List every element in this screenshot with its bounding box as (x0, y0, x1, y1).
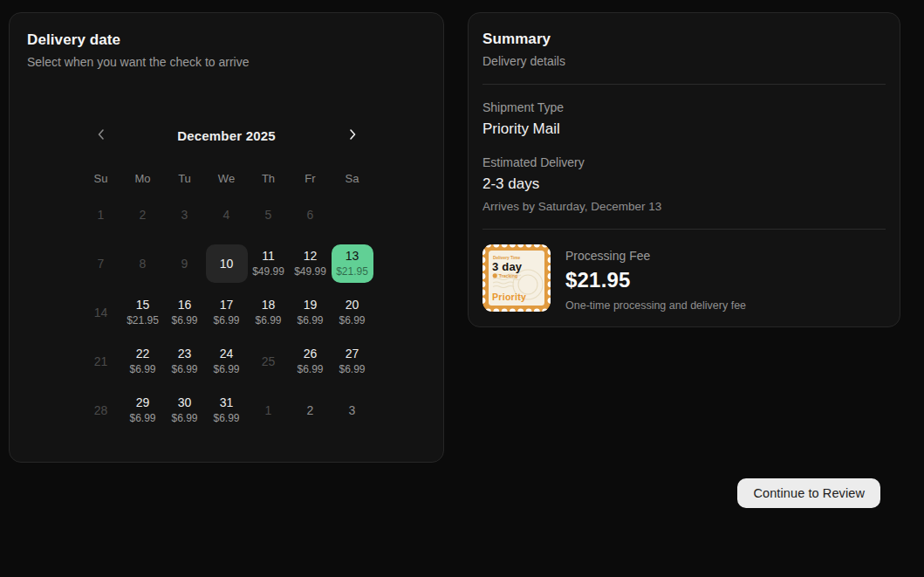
summary-divider-bottom (483, 229, 886, 230)
calendar-day-10: 10 (206, 239, 248, 288)
day-price: $6.99 (297, 313, 323, 328)
processing-fee-amount: $21.95 (565, 267, 746, 293)
day-number: 17 (220, 297, 234, 313)
summary-divider-top (483, 84, 886, 85)
calendar: December 2025 SuMoTuWeThFrSa 12345678910… (80, 123, 373, 435)
calendar-grid: 1234567891011$49.9912$49.9913$21.951415$… (80, 190, 373, 435)
calendar-next-month-button[interactable] (340, 123, 365, 148)
calendar-day-28: 28 (80, 386, 122, 435)
day-number: 18 (262, 297, 276, 313)
weekday-label-sa: Sa (332, 170, 373, 186)
calendar-day-31[interactable]: 31$6.99 (206, 386, 248, 435)
calendar-day-2: 2 (290, 386, 332, 435)
day-price: $21.95 (336, 264, 368, 279)
calendar-day-17[interactable]: 17$6.99 (206, 288, 248, 337)
calendar-day-30[interactable]: 30$6.99 (164, 386, 206, 435)
calendar-day-14: 14 (80, 288, 122, 337)
day-number: 8 (140, 256, 147, 271)
calendar-day-1: 1 (80, 190, 122, 239)
calendar-month-label: December 2025 (177, 128, 276, 143)
estimated-delivery-label: Estimated Delivery (483, 154, 886, 171)
day-number: 2 (307, 402, 314, 418)
summary-card: Summary Delivery details Shipment Type P… (468, 12, 900, 327)
day-number: 1 (265, 402, 272, 418)
day-price: $6.99 (339, 313, 365, 328)
day-number: 4 (223, 207, 230, 223)
day-number: 27 (346, 346, 359, 361)
calendar-day-24[interactable]: 24$6.99 (206, 337, 248, 386)
calendar-day-15[interactable]: 15$21.95 (122, 288, 164, 337)
day-number: 5 (265, 207, 272, 223)
day-number: 30 (178, 395, 192, 410)
calendar-day-13[interactable]: 13$21.95 (332, 239, 373, 288)
day-number: 10 (220, 256, 234, 271)
calendar-day-18[interactable]: 18$6.99 (248, 288, 290, 337)
calendar-day-26[interactable]: 26$6.99 (290, 337, 332, 386)
processing-fee-row: Delivery Time 3 day Tracking Priority Pr… (483, 244, 886, 315)
delivery-date-card: Delivery date Select when you want the c… (9, 12, 444, 463)
day-price: $49.99 (252, 264, 284, 279)
continue-to-review-button[interactable]: Continue to Review (737, 478, 880, 508)
processing-fee-details: Processing Fee $21.95 One-time processin… (565, 247, 746, 313)
calendar-day-8: 8 (122, 239, 164, 288)
calendar-day-22[interactable]: 22$6.99 (122, 337, 164, 386)
day-price: $6.99 (213, 361, 239, 377)
arrival-note: Arrives by Saturday, December 13 (483, 199, 886, 215)
calendar-day-29[interactable]: 29$6.99 (122, 386, 164, 435)
day-number: 31 (220, 395, 234, 410)
day-number: 3 (181, 207, 188, 223)
stamp-tracking-label: Tracking (499, 273, 517, 278)
day-price: $6.99 (171, 361, 197, 377)
calendar-day-4: 4 (206, 190, 248, 239)
calendar-day-3: 3 (164, 190, 206, 239)
stamp-service-class-label: Priority (492, 292, 526, 302)
day-price: $21.95 (127, 313, 159, 328)
day-number: 12 (304, 248, 318, 264)
day-number: 14 (94, 305, 108, 320)
shipment-type-label: Shipment Type (483, 99, 886, 116)
calendar-day-21: 21 (80, 337, 122, 386)
day-number: 25 (262, 354, 276, 369)
day-number: 16 (178, 297, 192, 313)
day-number: 7 (98, 256, 105, 271)
calendar-day-27[interactable]: 27$6.99 (332, 337, 373, 386)
priority-stamp-image: Delivery Time 3 day Tracking Priority (483, 244, 551, 315)
calendar-day-2: 2 (122, 190, 164, 239)
calendar-day-20[interactable]: 20$6.99 (332, 288, 373, 337)
calendar-day-7: 7 (80, 239, 122, 288)
calendar-empty-cell (332, 190, 373, 239)
day-number: 21 (94, 354, 108, 369)
day-number: 3 (349, 402, 356, 418)
weekday-label-mo: Mo (122, 170, 164, 186)
calendar-day-25: 25 (248, 337, 290, 386)
calendar-day-16[interactable]: 16$6.99 (164, 288, 206, 337)
day-price: $6.99 (213, 313, 239, 328)
day-number: 6 (307, 207, 314, 223)
day-price: $6.99 (255, 313, 281, 328)
calendar-day-1: 1 (248, 386, 290, 435)
calendar-day-23[interactable]: 23$6.99 (164, 337, 206, 386)
calendar-day-6: 6 (290, 190, 332, 239)
day-number: 11 (262, 248, 275, 264)
day-number: 13 (346, 248, 359, 264)
calendar-prev-month-button[interactable] (89, 123, 113, 148)
weekday-label-fr: Fr (290, 170, 332, 186)
day-number: 19 (304, 297, 318, 313)
day-number: 26 (304, 346, 318, 361)
day-number: 24 (220, 346, 234, 361)
calendar-day-12[interactable]: 12$49.99 (290, 239, 332, 288)
calendar-day-11[interactable]: 11$49.99 (248, 239, 290, 288)
stamp-duration-text: 3 day (492, 260, 523, 273)
day-price: $6.99 (213, 410, 239, 426)
calendar-day-9: 9 (164, 239, 206, 288)
weekday-label-su: Su (80, 170, 122, 186)
calendar-day-5: 5 (248, 190, 290, 239)
calendar-day-19[interactable]: 19$6.99 (290, 288, 332, 337)
summary-subtitle: Delivery details (483, 52, 886, 70)
chevron-left-icon (95, 128, 107, 143)
day-number: 23 (178, 346, 192, 361)
summary-title: Summary (483, 30, 886, 49)
day-number: 15 (136, 297, 150, 313)
day-number: 28 (94, 402, 108, 418)
day-price: $6.99 (129, 410, 155, 426)
